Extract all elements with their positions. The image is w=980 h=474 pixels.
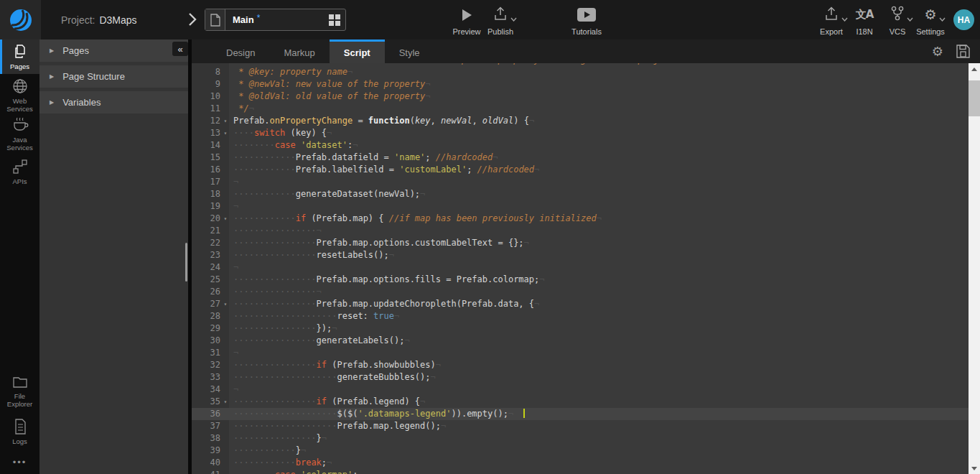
tutorials-button[interactable]: Tutorials — [564, 6, 610, 36]
settings-button[interactable]: ⚙ Settings — [910, 6, 951, 36]
code-line[interactable]: 25················Prefab.map.options.fil… — [192, 274, 969, 286]
publish-icon — [493, 6, 508, 22]
code-line[interactable]: 29················});¬ — [192, 322, 969, 335]
text-cursor — [523, 409, 525, 418]
code-line[interactable]: 14········case 'dataset':¬ — [192, 139, 969, 152]
panel-scrollbar-thumb[interactable] — [185, 243, 187, 282]
app-logo[interactable] — [0, 0, 41, 40]
api-icon — [12, 159, 28, 175]
code-line[interactable]: 39············}¬ — [192, 445, 969, 457]
code-line[interactable]: 36····················$($('.datamaps-leg… — [192, 408, 969, 420]
more-options-button[interactable]: ••• — [0, 450, 39, 474]
code-line[interactable]: 33····················generateBubbles();… — [192, 371, 969, 384]
chevron-right-icon — [188, 12, 197, 27]
code-line[interactable]: 8 * @key: property name¬ — [192, 66, 969, 78]
project-breadcrumb: Project: D3Maps — [61, 0, 137, 40]
page-tab-name: Main — [233, 14, 254, 25]
accordion-variables[interactable]: ▶ Variables — [39, 91, 188, 113]
triangle-right-icon: ▶ — [50, 73, 54, 80]
sidebar-spacer — [0, 189, 39, 372]
coffee-icon — [11, 117, 29, 133]
pages-icon — [12, 44, 28, 60]
gear-icon: ⚙ — [924, 6, 936, 22]
sidebar-item-apis[interactable]: APIs — [0, 154, 39, 189]
code-line[interactable]: 10 * @oldVal: old value of the property¬ — [192, 90, 969, 103]
accordion-pages[interactable]: ▶ Pages « — [39, 40, 188, 62]
project-label: Project: — [61, 14, 95, 26]
chevron-down-icon — [841, 17, 848, 22]
tab-script[interactable]: Script — [330, 40, 385, 63]
sidebar-item-logs[interactable]: Logs — [0, 414, 39, 450]
git-branch-icon — [890, 6, 905, 22]
code-line[interactable]: 11 */¬ — [192, 103, 969, 115]
publish-button[interactable]: Publish — [480, 6, 521, 36]
play-icon — [461, 6, 472, 22]
log-file-icon — [13, 419, 27, 434]
save-icon[interactable] — [956, 45, 970, 58]
accordion-page-structure[interactable]: ▶ Page Structure — [39, 65, 188, 88]
code-line[interactable]: 27▾················Prefab.map.updateChor… — [192, 298, 969, 310]
sidebar-item-java-services[interactable]: Java Services — [0, 116, 39, 153]
tab-design[interactable]: Design — [212, 40, 269, 63]
project-name: D3Maps — [99, 14, 136, 26]
left-sidebar: Pages Web Services Java Services APIs Fi… — [0, 40, 39, 474]
export-button[interactable]: Export — [811, 6, 851, 36]
file-icon — [205, 9, 225, 30]
sidebar-item-pages[interactable]: Pages — [0, 40, 39, 74]
chevron-down-icon — [939, 17, 946, 22]
code-line[interactable]: 19¬ — [192, 200, 969, 213]
editor-scrollbar[interactable] — [969, 63, 980, 474]
editor-tab-bar: Design Markup Script Style ⚙ — [192, 40, 980, 63]
code-line[interactable]: 15············Prefab.datafield = 'name';… — [192, 152, 969, 164]
code-line[interactable]: 23················resetLabels();¬ — [192, 249, 969, 261]
code-editor[interactable]: 7 * This function will be invoked whenev… — [192, 63, 969, 474]
code-line[interactable]: 32················if (Prefab.showbubbles… — [192, 359, 969, 371]
top-bar: Project: D3Maps Main * Preview Publish T… — [0, 0, 980, 40]
i18n-button[interactable]: 文A I18N — [849, 6, 880, 36]
collapse-panel-button[interactable]: « — [172, 42, 188, 56]
code-line[interactable]: 24¬ — [192, 261, 969, 274]
layout-grid-icon[interactable] — [329, 14, 340, 26]
code-line[interactable]: 22················Prefab.map.options.cus… — [192, 237, 969, 249]
code-line[interactable]: 20▾············if (Prefab.map) { //if ma… — [192, 213, 969, 225]
youtube-icon — [577, 6, 596, 22]
code-line[interactable]: 34¬ — [192, 384, 969, 396]
code-line[interactable]: 35▾················if (Prefab.legend) {¬ — [192, 396, 969, 408]
wavemaker-logo-icon — [8, 7, 34, 33]
code-line[interactable]: 41········case 'colormap':¬ — [192, 469, 969, 474]
triangle-right-icon: ▶ — [50, 99, 54, 106]
tab-style[interactable]: Style — [385, 40, 434, 63]
vcs-button[interactable]: VCS — [882, 6, 913, 36]
left-panel: ▶ Pages « ▶ Page Structure ▶ Variables — [39, 40, 188, 474]
code-line[interactable]: 17¬ — [192, 176, 969, 188]
code-line[interactable]: 21················¬ — [192, 225, 969, 237]
code-line[interactable]: 26················¬ — [192, 286, 969, 298]
sidebar-item-file-explorer[interactable]: File Explorer — [0, 372, 39, 411]
code-line[interactable]: 12▾Prefab.onPropertyChange = function(ke… — [192, 115, 969, 127]
code-line[interactable]: 30················generateLabels();¬ — [192, 335, 969, 347]
folder-icon — [12, 375, 28, 389]
tab-markup[interactable]: Markup — [269, 40, 329, 63]
code-line[interactable]: 16············Prefab.labelfield = 'custo… — [192, 164, 969, 176]
user-avatar[interactable]: HA — [953, 9, 974, 30]
chevron-down-icon — [510, 17, 517, 22]
export-icon — [823, 6, 839, 22]
code-line[interactable]: 37····················Prefab.map.legend(… — [192, 420, 969, 432]
page-tab-main[interactable]: Main * — [205, 9, 346, 31]
code-line[interactable]: 40············break;¬ — [192, 457, 969, 469]
unsaved-indicator: * — [257, 13, 261, 23]
code-line[interactable]: 13▾····switch (key) {¬ — [192, 127, 969, 139]
code-line[interactable]: 28····················reset: true¬ — [192, 310, 969, 322]
scroll-down-arrow[interactable] — [969, 463, 980, 474]
editor-settings-gear-icon[interactable]: ⚙ — [932, 45, 943, 59]
code-line[interactable]: 38················}¬ — [192, 432, 969, 445]
code-line[interactable]: 18············generateDataset(newVal);¬ — [192, 188, 969, 200]
triangle-right-icon: ▶ — [50, 47, 54, 54]
globe-icon — [12, 78, 28, 94]
scroll-up-arrow[interactable] — [969, 63, 980, 75]
code-line[interactable]: 9 * @newVal: new value of the property¬ — [192, 78, 969, 90]
editor-scrollbar-thumb[interactable] — [969, 80, 980, 116]
code-line[interactable]: 31¬ — [192, 347, 969, 359]
code-lines: 7 * This function will be invoked whenev… — [192, 63, 969, 474]
sidebar-item-web-services[interactable]: Web Services — [0, 77, 39, 114]
